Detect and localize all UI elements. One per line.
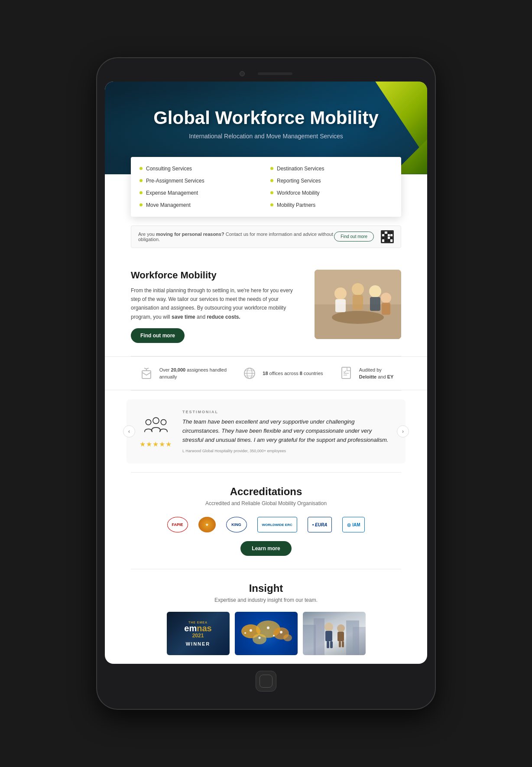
world-map-svg xyxy=(236,614,296,653)
city-people-svg xyxy=(303,612,366,655)
svg-point-29 xyxy=(250,629,252,632)
stat-offices: 18 offices across 8 countries xyxy=(242,366,323,381)
box-icon xyxy=(139,366,154,381)
nav-dot xyxy=(270,167,273,170)
logo-iam: ◎ IAM xyxy=(342,517,365,532)
home-button[interactable] xyxy=(256,671,276,692)
nav-item-expense[interactable]: Expense Management xyxy=(139,188,262,198)
logo-fapie: FAPIE xyxy=(167,517,188,532)
nav-item-move[interactable]: Move Management xyxy=(139,200,262,210)
nav-item-workforce[interactable]: Workforce Mobility xyxy=(270,188,393,198)
document-icon xyxy=(338,366,354,381)
nav-dropdown: Consulting Services Destination Services… xyxy=(131,157,401,217)
people-group-icon xyxy=(141,415,171,437)
nav-dot xyxy=(139,167,143,170)
testimonial-prev-button[interactable]: ‹ xyxy=(123,425,135,437)
svg-rect-36 xyxy=(314,618,324,655)
front-camera xyxy=(240,71,245,76)
nav-dot xyxy=(270,179,273,182)
personal-banner-find-out-button[interactable]: Find out more xyxy=(334,232,374,242)
insight-card-people-city[interactable] xyxy=(303,612,366,655)
svg-point-26 xyxy=(253,634,266,644)
accreditations-title: Accreditations xyxy=(131,486,401,498)
workforce-body: From the initial planning through to set… xyxy=(131,286,302,322)
testimonial-icon-area: ★★★★★ xyxy=(139,415,172,448)
svg-rect-41 xyxy=(327,641,329,648)
workforce-find-out-button[interactable]: Find out more xyxy=(131,328,185,343)
svg-rect-38 xyxy=(353,627,366,655)
svg-point-43 xyxy=(337,624,345,632)
svg-rect-18 xyxy=(342,367,350,379)
svg-point-30 xyxy=(267,627,269,629)
svg-rect-46 xyxy=(342,641,344,647)
office-people-illustration xyxy=(315,270,401,339)
testimonial-card: ★★★★★ TESTIMONIAL The team have been exc… xyxy=(127,399,405,463)
accreditations-section: Accreditations Accredited and Reliable G… xyxy=(105,473,427,569)
nav-item-consulting[interactable]: Consulting Services xyxy=(139,164,262,173)
svg-point-33 xyxy=(244,632,246,634)
accreditations-subtitle: Accredited and Reliable Global Mobility … xyxy=(131,500,401,506)
stat-assignees: Over 20,000 assignees handledannually xyxy=(139,366,227,381)
nav-item-mobility-partners[interactable]: Mobility Partners xyxy=(270,200,393,210)
banner-text: Are you moving for personal reasons? Con… xyxy=(138,232,334,242)
nav-dot xyxy=(139,179,143,182)
workforce-text-area: Workforce Mobility From the initial plan… xyxy=(131,270,302,343)
insight-card-world-map[interactable] xyxy=(235,612,298,655)
device-bottom xyxy=(105,671,427,692)
svg-point-22 xyxy=(146,419,151,424)
nav-item-destination[interactable]: Destination Services xyxy=(270,164,393,173)
svg-point-28 xyxy=(283,634,292,641)
logo-award: ★ xyxy=(198,517,216,532)
insight-section: Insight Expertise and industry insight f… xyxy=(105,569,427,664)
svg-rect-44 xyxy=(337,632,344,641)
svg-point-21 xyxy=(153,418,159,424)
screen: Global Workforce Mobility International … xyxy=(105,82,427,664)
speaker-grille xyxy=(258,72,292,75)
svg-point-34 xyxy=(273,635,275,636)
insight-card-emnas[interactable]: THE EMEA emnas 2021 WINNER xyxy=(167,612,230,655)
globe-icon xyxy=(242,366,257,381)
nav-dot xyxy=(139,203,143,206)
svg-point-5 xyxy=(352,283,364,295)
svg-point-7 xyxy=(369,285,381,297)
insight-title: Insight xyxy=(131,582,401,594)
stats-bar: Over 20,000 assignees handledannually 18… xyxy=(105,356,427,390)
svg-rect-6 xyxy=(353,295,363,310)
logo-eura: • EURA xyxy=(308,517,332,532)
testimonial-next-button[interactable]: › xyxy=(397,425,409,437)
testimonial-attribution: L Harwood Global Hospitality provider, 3… xyxy=(182,449,393,453)
hero-subtitle: International Relocation and Move Manage… xyxy=(118,133,414,140)
svg-point-2 xyxy=(332,311,384,324)
svg-rect-4 xyxy=(335,299,346,312)
workforce-image-inner xyxy=(315,270,401,339)
nav-dot xyxy=(270,191,273,194)
testimonial-section: ‹ ★★★★★ xyxy=(105,391,427,472)
svg-rect-40 xyxy=(325,631,332,641)
nav-dot xyxy=(139,191,143,194)
nav-grid: Consulting Services Destination Services… xyxy=(139,164,393,210)
svg-rect-45 xyxy=(339,641,341,647)
insight-cards: THE EMEA emnas 2021 WINNER xyxy=(131,612,401,655)
svg-point-9 xyxy=(381,293,391,303)
accreditations-learn-more-button[interactable]: Learn more xyxy=(240,541,291,556)
svg-point-3 xyxy=(334,287,347,300)
personal-move-banner: Are you moving for personal reasons? Con… xyxy=(131,225,401,248)
testimonial-quote: The team have been excellent and very su… xyxy=(182,418,393,444)
nav-dot xyxy=(270,203,273,206)
testimonial-label: TESTIMONIAL xyxy=(182,410,393,414)
logo-worldwide-erc: WORLDWIDE ERC xyxy=(257,517,297,532)
svg-point-31 xyxy=(280,631,282,633)
stat-audited: Audited byDeloitte and EY xyxy=(338,366,394,381)
testimonial-stars: ★★★★★ xyxy=(139,440,172,448)
svg-rect-10 xyxy=(382,303,390,315)
hero-title: Global Workforce Mobility xyxy=(118,108,414,128)
svg-point-32 xyxy=(259,637,261,639)
svg-rect-8 xyxy=(370,297,380,311)
testimonial-content: TESTIMONIAL The team have been excellent… xyxy=(182,410,393,453)
accreditation-logos: FAPIE ★ KING WORLDWIDE ERC • EURA ◎ IAM xyxy=(131,517,401,532)
nav-item-preassignment[interactable]: Pre-Assignment Services xyxy=(139,176,262,186)
insight-subtitle: Expertise and industry insight from our … xyxy=(131,597,401,603)
nav-item-reporting[interactable]: Reporting Services xyxy=(270,176,393,186)
qr-code xyxy=(381,230,394,243)
workforce-image xyxy=(315,270,401,339)
